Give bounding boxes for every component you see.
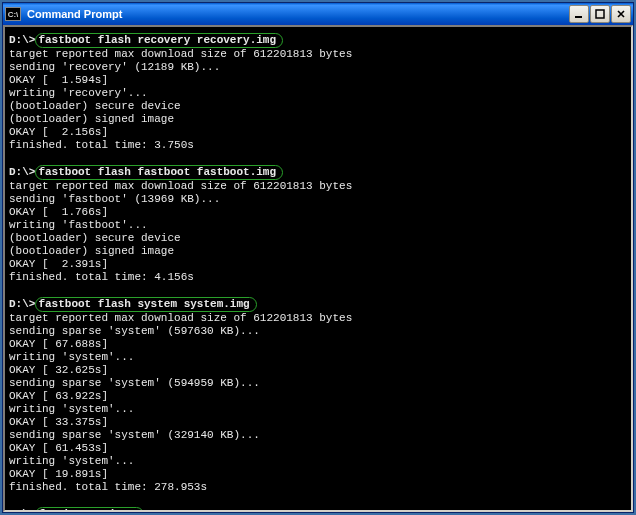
minimize-button[interactable] [569, 5, 589, 23]
console-area[interactable]: D:\>fastboot flash recovery recovery.img… [3, 25, 633, 512]
app-icon-label: C:\ [8, 10, 19, 19]
command-highlight: fastboot flash fastboot fastboot.img [35, 165, 283, 180]
titlebar[interactable]: C:\ Command Prompt [3, 3, 633, 25]
close-icon [616, 9, 626, 19]
console-text: D:\>fastboot flash recovery recovery.img… [9, 33, 627, 512]
close-button[interactable] [611, 5, 631, 23]
app-icon: C:\ [5, 7, 21, 21]
window-title: Command Prompt [25, 8, 569, 20]
command-highlight: fastboot flash recovery recovery.img [35, 33, 283, 48]
svg-rect-1 [596, 10, 604, 18]
maximize-icon [595, 9, 605, 19]
minimize-icon [574, 9, 584, 19]
command-highlight: fastboot reboot [35, 507, 144, 512]
window-buttons [569, 5, 631, 23]
command-highlight: fastboot flash system system.img [35, 297, 256, 312]
maximize-button[interactable] [590, 5, 610, 23]
command-prompt-window: C:\ Command Prompt D:\>fastboot flash re… [2, 2, 634, 513]
